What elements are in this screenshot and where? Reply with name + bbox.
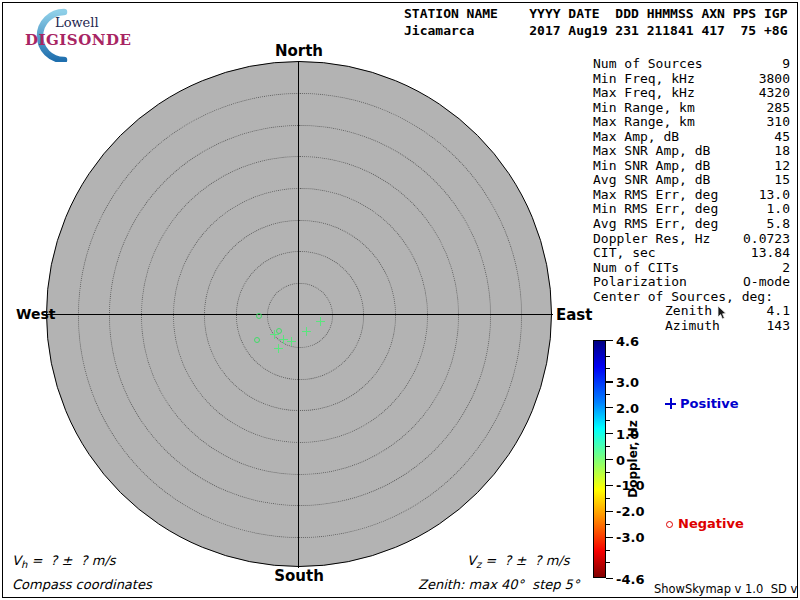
stat-label: Max Range, km: [593, 115, 695, 130]
colorbar-minor-tick: [606, 472, 610, 473]
colorbar-tick: [606, 537, 613, 538]
colorbar-tick-label: 4.6: [616, 333, 639, 348]
stats-panel: Num of Sources9Min Freq, kHz3800Max Freq…: [593, 57, 790, 333]
stat-row: Num of CITs2: [593, 261, 790, 276]
colorbar-minor-tick: [606, 368, 610, 369]
stat-label: Azimuth: [665, 319, 720, 334]
source-point-pos: [287, 337, 296, 346]
stat-value: 18: [774, 144, 790, 159]
stat-value: 45: [774, 130, 790, 145]
stat-value: 1.0: [767, 202, 790, 217]
stat-label: Max Amp, dB: [593, 130, 679, 145]
stat-value: 9: [782, 57, 790, 72]
source-point-neg: [254, 337, 260, 343]
plus-symbol-icon: [665, 398, 676, 409]
colorbar-minor-tick: [606, 498, 610, 499]
stat-label: Avg RMS Err, deg: [593, 217, 718, 232]
colorbar-tick: [606, 511, 613, 512]
skymap-window: Lowell DIGISONDE STATION NAME YYYY DATE …: [0, 0, 800, 600]
stat-value: 0.0723: [743, 232, 790, 247]
colorbar-minor-tick: [606, 420, 610, 421]
source-point-neg: [256, 313, 262, 319]
stat-row: Min Freq, kHz3800: [593, 72, 790, 87]
stat-label: Zenith: [665, 304, 712, 319]
stat-label: Max Freq, kHz: [593, 86, 695, 101]
colorbar-tick-label: 3.0: [616, 374, 639, 389]
compass-coordinates-note: Compass coordinates: [12, 577, 152, 592]
stat-row: Max RMS Err, deg13.0: [593, 188, 790, 203]
stat-label: Polarization: [593, 275, 687, 290]
stat-value: 13.84: [751, 246, 790, 261]
vz-value: = ? ± ? m/s: [481, 553, 569, 568]
vh-readout: Vh = ? ± ? m/s: [12, 553, 116, 570]
stat-value: 3800: [759, 72, 790, 87]
stat-row: Min SNR Amp, dB12: [593, 159, 790, 174]
logo-digisonde-text: DIGISONDE: [25, 31, 131, 49]
version-label: ShowSkymap v 1.0 SD v 4.2: [654, 582, 800, 596]
stat-value: 13.0: [759, 188, 790, 203]
zenith-scale-note: Zenith: max 40° step 5°: [418, 577, 579, 592]
source-point-pos: [302, 327, 311, 336]
header-column-titles: STATION NAME YYYY DATE DDD HHMMSS AXN PP…: [404, 6, 788, 21]
colorbar-tick-label: -2.0: [616, 504, 644, 519]
stat-label: Doppler Res, Hz: [593, 232, 710, 247]
colorbar-minor-tick: [606, 446, 610, 447]
source-point-pos: [270, 330, 279, 339]
stat-label: Min SNR Amp, dB: [593, 159, 710, 174]
stat-label: Avg SNR Amp, dB: [593, 173, 710, 188]
compass-label-west: West: [16, 306, 55, 322]
colorbar-minor-tick: [606, 356, 610, 357]
colorbar-tick: [606, 485, 613, 486]
skymap-horizontal-axis: [46, 314, 553, 315]
source-point-pos: [316, 317, 325, 326]
stat-value: O-mode: [743, 275, 790, 290]
logo-lowell-text: Lowell: [55, 15, 99, 30]
doppler-colorbar: [593, 340, 606, 578]
stat-row: Max Freq, kHz4320: [593, 86, 790, 101]
stat-value: 4320: [759, 86, 790, 101]
skymap-vertical-axis: [298, 61, 299, 568]
stat-row: Max Amp, dB45: [593, 130, 790, 145]
mouse-cursor-icon: [717, 306, 727, 320]
legend-positive: Positive: [665, 396, 739, 411]
lowell-digisonde-logo: Lowell DIGISONDE: [8, 6, 138, 58]
stat-value: 2: [782, 261, 790, 276]
legend-positive-label: Positive: [680, 396, 739, 411]
vz-symbol: V: [467, 553, 476, 568]
stat-label: Max SNR Amp, dB: [593, 144, 710, 159]
compass-label-north: North: [275, 42, 323, 60]
stat-row: Min RMS Err, deg1.0: [593, 202, 790, 217]
stat-label: CIT, sec: [593, 246, 656, 261]
vh-value: = ? ± ? m/s: [27, 553, 115, 568]
stat-label: Num of CITs: [593, 261, 679, 276]
stat-value: 12: [774, 159, 790, 174]
source-point-pos: [274, 344, 283, 353]
colorbar-minor-tick: [606, 394, 610, 395]
stat-row: PolarizationO-mode: [593, 275, 790, 290]
colorbar-minor-tick: [606, 524, 610, 525]
stat-label: Min Range, km: [593, 101, 695, 116]
station-header: STATION NAME YYYY DATE DDD HHMMSS AXN PP…: [404, 5, 788, 39]
colorbar-tick-label: 0: [616, 452, 625, 467]
stat-row: Num of Sources9: [593, 57, 790, 72]
colorbar-minor-tick: [606, 562, 610, 563]
header-values: Jicamarca 2017 Aug19 231 211841 417 75 +…: [404, 23, 788, 38]
stat-row: Avg RMS Err, deg5.8: [593, 217, 790, 232]
stat-row: Max Range, km310: [593, 115, 790, 130]
skymap-ring: [78, 93, 523, 538]
stat-row: Center of Sources, deg:: [593, 290, 790, 305]
colorbar-axis-label: Doppler, Hz: [626, 420, 640, 498]
vh-symbol: V: [12, 553, 21, 568]
stat-value: 143: [767, 319, 790, 334]
colorbar-tick: [606, 578, 613, 579]
stat-value: 310: [767, 115, 790, 130]
colorbar-tick-label: -4.6: [616, 571, 644, 586]
legend-negative-label: Negative: [678, 516, 744, 531]
stat-row: Min Range, km285: [593, 101, 790, 116]
colorbar-tick-label: -3.0: [616, 530, 644, 545]
colorbar-minor-tick: [606, 550, 610, 551]
stat-value: 5.8: [767, 217, 790, 232]
stat-row: Max SNR Amp, dB18: [593, 144, 790, 159]
colorbar-tick: [606, 459, 613, 460]
stat-label: Num of Sources: [593, 57, 703, 72]
